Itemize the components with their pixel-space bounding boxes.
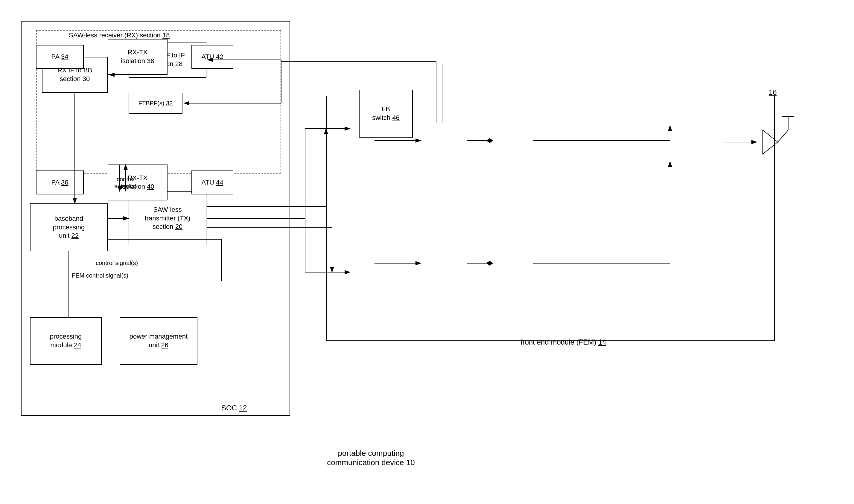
soc-label: SOC 12 — [221, 404, 247, 412]
diagram: SOC 12 SAW-less receiver (RX) section 18… — [12, 12, 840, 475]
antenna-number-label: 16 — [769, 88, 777, 96]
rxtx-38-block: RX-TX isolation 38 — [108, 39, 167, 75]
processing-module-block: processing module 24 — [30, 317, 102, 365]
atu-42-block: ATU 42 — [192, 45, 233, 69]
control-signals-label: control signal(s) — [102, 176, 149, 190]
svg-line-27 — [778, 130, 788, 142]
pa-34-block: PA 34 — [36, 45, 84, 69]
fb-switch-block: FB switch 46 — [359, 90, 413, 138]
pa-36-block: PA 36 — [36, 170, 84, 194]
ftbpf-block: FTBPF(s) 32 — [129, 93, 182, 114]
atu-44-block: ATU 44 — [192, 170, 233, 194]
fem-label: front end module (FEM) 14 — [521, 338, 606, 346]
fem-control-label: FEM control signal(s) — [72, 272, 128, 279]
baseband-block: baseband processing unit 22 — [30, 203, 108, 251]
power-mgmt-block: power management unit 26 — [120, 317, 197, 365]
rx-section-label: SAW-less receiver (RX) section 18 — [69, 31, 169, 39]
control-signals2-label: control signal(s) — [96, 259, 138, 267]
title-label: portable computingcommunication device 1… — [281, 449, 461, 467]
